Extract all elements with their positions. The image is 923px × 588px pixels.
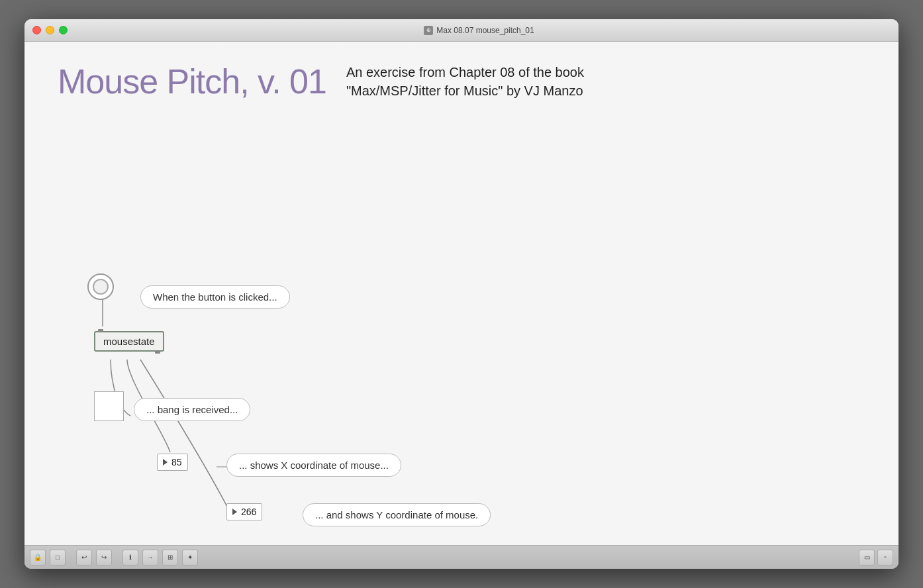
button-comment: When the button is clicked...: [140, 285, 290, 309]
page-subtitle: An exercise from Chapter 08 of the book …: [346, 63, 584, 100]
y-number-box[interactable]: 266: [226, 503, 262, 520]
doc-icon: ⊕: [424, 26, 433, 35]
traffic-lights: [32, 26, 68, 34]
x-comment: ... shows X coordinate of mouse...: [226, 454, 401, 477]
number-arrow-y: [232, 509, 237, 515]
minimize-button[interactable]: [46, 26, 54, 34]
patch-connections: [24, 115, 899, 512]
window-title: ⊕ Max 08.07 mouse_pitch_01: [68, 26, 891, 35]
y-comment: ... and shows Y coordinate of mouse.: [303, 503, 491, 526]
bang-output-box[interactable]: [94, 391, 124, 421]
redo-button[interactable]: ↪: [96, 550, 112, 565]
window-resize-1[interactable]: ▭: [859, 550, 875, 565]
main-window: ⊕ Max 08.07 mouse_pitch_01 Mouse Pitch, …: [24, 19, 899, 569]
close-button[interactable]: [32, 26, 41, 34]
lock-button[interactable]: 🔒: [30, 550, 46, 565]
header-section: Mouse Pitch, v. 01 An exercise from Chap…: [24, 42, 899, 115]
undo-button[interactable]: ↩: [76, 550, 92, 565]
toolbar-right: ▭ ▫: [859, 550, 893, 565]
titlebar: ⊕ Max 08.07 mouse_pitch_01: [24, 19, 899, 42]
mousestate-object[interactable]: mousestate: [94, 331, 164, 352]
number-arrow-x: [163, 459, 168, 466]
x-number-box[interactable]: 85: [157, 454, 188, 471]
page-title: Mouse Pitch, v. 01: [58, 62, 326, 101]
window-resize-2[interactable]: ▫: [877, 550, 893, 565]
statusbar: 🔒 □ ↩ ↪ ℹ → ⊞ ✦ ▭ ▫: [24, 545, 899, 569]
arrow-button[interactable]: →: [142, 550, 158, 565]
content-area: Mouse Pitch, v. 01 An exercise from Chap…: [24, 42, 899, 545]
settings-button[interactable]: ✦: [182, 550, 198, 565]
grid-button[interactable]: ⊞: [162, 550, 178, 565]
info-button[interactable]: ℹ: [122, 550, 138, 565]
present-button[interactable]: □: [50, 550, 66, 565]
max-button[interactable]: [87, 273, 114, 300]
maximize-button[interactable]: [59, 26, 68, 34]
patch-area: When the button is clicked... mousestate…: [24, 115, 899, 512]
button-inner: [93, 279, 109, 295]
bang-comment: ... bang is received...: [134, 398, 250, 421]
